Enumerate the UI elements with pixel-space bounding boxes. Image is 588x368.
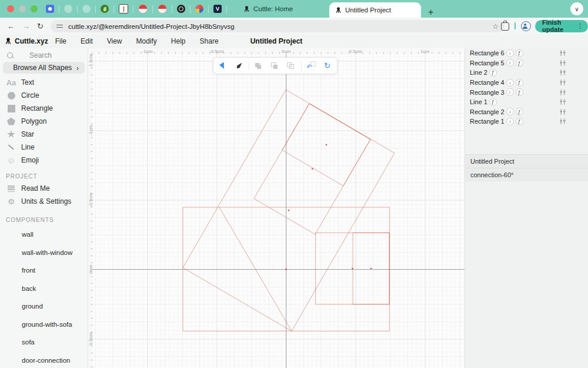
stroke-badge-icon[interactable] bbox=[516, 118, 523, 125]
shape-item[interactable]: Text bbox=[0, 76, 88, 89]
close-window-button[interactable] bbox=[7, 5, 14, 12]
project-item[interactable]: Read Me bbox=[0, 182, 88, 195]
finish-update-more-icon[interactable]: ⋮ bbox=[577, 22, 583, 30]
scale-badge-icon[interactable] bbox=[506, 88, 514, 96]
tool-button[interactable] bbox=[305, 61, 318, 71]
address-bar[interactable]: cuttle.xyz/@keremdiren/Untitled-Project-… bbox=[51, 20, 505, 32]
browse-all-shapes-button[interactable]: Browse All Shapes › bbox=[3, 62, 85, 74]
menu-item[interactable]: Edit bbox=[74, 37, 100, 45]
cuttle-brand[interactable]: Cuttle.xyz bbox=[5, 37, 48, 45]
search-input[interactable] bbox=[28, 51, 78, 60]
pinned-tab-icon[interactable] bbox=[101, 5, 109, 13]
flip-modifier-icon[interactable] bbox=[559, 108, 566, 115]
project-row[interactable]: connection-60° bbox=[465, 168, 588, 181]
shape-item[interactable]: Emoji bbox=[0, 154, 88, 167]
browser-tab[interactable]: Cuttle: Home bbox=[238, 0, 329, 18]
tool-button[interactable] bbox=[321, 61, 334, 71]
new-tab-button[interactable]: + bbox=[428, 7, 433, 18]
stroke-badge-icon[interactable] bbox=[516, 59, 523, 67]
extensions-icon[interactable] bbox=[501, 22, 509, 31]
layer-row[interactable]: Line 2 bbox=[465, 68, 588, 78]
component-item[interactable]: door-connection bbox=[0, 352, 88, 368]
menu-item[interactable]: Modify bbox=[129, 37, 164, 45]
canvas-area[interactable]: -1cm-0.5cm0cm0.5cm1cm-1.5cm-1cm-0.5cm0cm… bbox=[88, 48, 465, 368]
tool-button[interactable] bbox=[301, 61, 302, 71]
tool-button[interactable] bbox=[269, 61, 282, 71]
pinned-tab-icon[interactable] bbox=[119, 4, 128, 14]
tool-button[interactable] bbox=[216, 61, 229, 71]
pinned-tab-icon[interactable] bbox=[64, 5, 72, 13]
layer-row[interactable]: Rectangle 6 bbox=[465, 48, 588, 58]
back-icon[interactable]: ← bbox=[7, 18, 15, 34]
stroke-badge-icon[interactable] bbox=[516, 79, 523, 87]
shape-item[interactable]: Circle bbox=[0, 89, 88, 102]
tab-search-chevron-icon[interactable]: ∨ bbox=[570, 2, 583, 15]
zoom-window-button[interactable] bbox=[31, 5, 38, 12]
pinned-tab-icon[interactable] bbox=[177, 5, 185, 13]
browser-tab[interactable]: Untitled Project bbox=[329, 2, 421, 18]
stroke-badge-icon[interactable] bbox=[489, 69, 497, 77]
site-controls-icon[interactable] bbox=[56, 24, 64, 29]
component-item[interactable]: back bbox=[0, 280, 88, 298]
component-item[interactable]: wall bbox=[0, 226, 88, 244]
menu-item[interactable]: View bbox=[100, 37, 129, 45]
scale-badge-icon[interactable] bbox=[506, 79, 514, 87]
component-item[interactable]: sofa bbox=[0, 333, 88, 352]
component-item[interactable]: front bbox=[0, 261, 88, 280]
scale-badge-icon[interactable] bbox=[506, 49, 514, 57]
tool-button[interactable] bbox=[233, 61, 246, 71]
url-text[interactable]: cuttle.xyz/@keremdiren/Untitled-Project-… bbox=[68, 23, 235, 30]
app-menu-bar: Cuttle.xyz File Edit View Modify Help Sh… bbox=[0, 34, 588, 49]
flip-modifier-icon[interactable] bbox=[559, 69, 566, 76]
stroke-badge-icon[interactable] bbox=[516, 88, 523, 96]
drawing-surface[interactable]: -1cm-0.5cm0cm0.5cm1cm-1.5cm-1cm-0.5cm0cm… bbox=[88, 48, 465, 368]
flip-modifier-icon[interactable] bbox=[559, 89, 566, 96]
bookmark-star-icon[interactable]: ☆ bbox=[492, 22, 499, 31]
shape-item[interactable]: Line bbox=[0, 141, 88, 154]
shape-item[interactable]: Polygon bbox=[0, 115, 88, 128]
stroke-badge-icon[interactable] bbox=[516, 108, 523, 115]
menu-item[interactable]: File bbox=[48, 37, 74, 45]
scale-badge-icon[interactable] bbox=[506, 59, 514, 67]
pinned-tab-icon[interactable] bbox=[138, 4, 148, 14]
layer-row[interactable]: Rectangle 1 bbox=[465, 117, 588, 127]
profile-avatar-icon[interactable] bbox=[521, 21, 531, 31]
flip-modifier-icon[interactable] bbox=[559, 98, 566, 105]
pinned-tab-icon[interactable] bbox=[158, 4, 167, 14]
tab-separator bbox=[95, 5, 96, 13]
stroke-badge-icon[interactable] bbox=[516, 49, 523, 57]
shape-item[interactable]: Rectangle bbox=[0, 102, 88, 115]
flip-modifier-icon[interactable] bbox=[559, 49, 566, 57]
stroke-badge-icon[interactable] bbox=[489, 98, 497, 106]
tool-button[interactable] bbox=[253, 61, 266, 71]
scale-badge-icon[interactable] bbox=[506, 108, 514, 115]
finish-update-button[interactable]: Finish update ⋮ bbox=[535, 20, 588, 32]
layer-row[interactable]: Rectangle 5 bbox=[465, 58, 588, 68]
pinned-tab-icon[interactable] bbox=[213, 5, 222, 13]
minimize-window-button[interactable] bbox=[19, 5, 26, 12]
scale-badge-icon[interactable] bbox=[506, 118, 514, 125]
shape-item[interactable]: Star bbox=[0, 128, 88, 141]
component-item[interactable]: wall-with-window bbox=[0, 244, 88, 262]
layer-row[interactable]: Line 1 bbox=[465, 97, 588, 107]
tool-button[interactable] bbox=[285, 61, 298, 71]
tool-button[interactable] bbox=[249, 61, 249, 71]
menu-item[interactable]: Share bbox=[193, 37, 226, 45]
project-row[interactable]: Untitled Project bbox=[465, 154, 588, 168]
flip-modifier-icon[interactable] bbox=[559, 118, 566, 125]
pinned-tab-icon[interactable] bbox=[195, 5, 203, 13]
layer-row[interactable]: Rectangle 2 bbox=[465, 107, 588, 117]
component-item[interactable]: ground-with-sofa bbox=[0, 316, 88, 334]
layer-row[interactable]: Rectangle 4 bbox=[465, 78, 588, 88]
flip-modifier-icon[interactable] bbox=[559, 79, 566, 86]
project-item[interactable]: Units & Settings bbox=[0, 195, 88, 208]
pinned-tab-icon[interactable] bbox=[82, 5, 91, 13]
layer-row[interactable]: Rectangle 3 bbox=[465, 87, 588, 97]
pinned-tab-icon[interactable] bbox=[46, 5, 54, 13]
forward-icon[interactable]: → bbox=[22, 18, 30, 34]
refresh-icon[interactable]: ↻ bbox=[37, 18, 44, 34]
component-item[interactable]: ground bbox=[0, 297, 88, 316]
origin-dot bbox=[288, 210, 290, 211]
menu-item[interactable]: Help bbox=[164, 37, 193, 45]
flip-modifier-icon[interactable] bbox=[559, 59, 566, 67]
